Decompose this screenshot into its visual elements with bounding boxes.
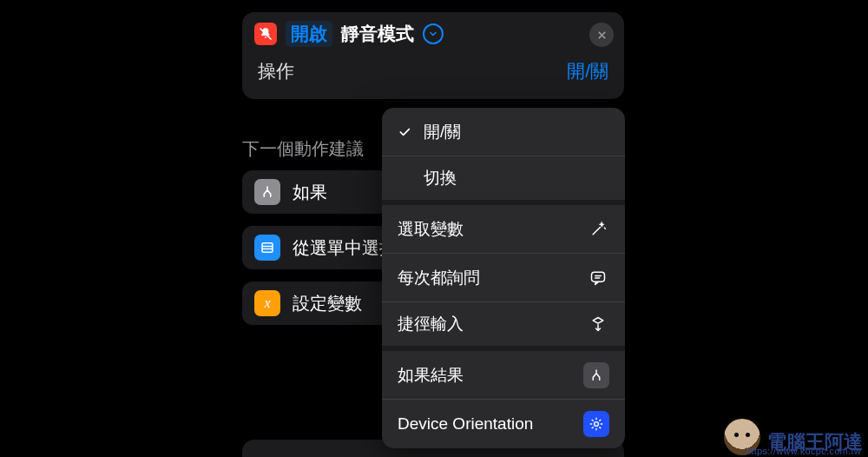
shortcut-input-icon bbox=[587, 313, 609, 335]
close-button[interactable] bbox=[589, 23, 614, 47]
svg-rect-1 bbox=[262, 243, 273, 253]
close-icon bbox=[596, 30, 608, 41]
silent-mode-icon bbox=[254, 23, 277, 45]
menu-item-on-off[interactable]: 開/關 bbox=[382, 108, 625, 156]
menu-item-if-result[interactable]: 如果結果 bbox=[382, 351, 625, 400]
suggestions-heading: 下一個動作建議 bbox=[242, 137, 364, 161]
svg-rect-4 bbox=[592, 272, 605, 281]
variable-icon: x bbox=[254, 290, 280, 316]
menu-item-toggle[interactable]: 切換 bbox=[382, 156, 625, 205]
menu-icon bbox=[254, 235, 280, 261]
suggestion-label: 如果 bbox=[293, 181, 327, 204]
param-value[interactable]: 開/關 bbox=[567, 59, 608, 83]
check-icon bbox=[398, 125, 413, 139]
suggestion-label: 設定變數 bbox=[293, 292, 362, 315]
value-picker-menu: 開/關 切換 選取變數 每次都詢問 bbox=[382, 108, 625, 448]
open-token[interactable]: 開啟 bbox=[286, 21, 332, 47]
branch-icon bbox=[254, 179, 280, 205]
menu-item-label: 開/關 bbox=[424, 121, 461, 143]
branch-icon bbox=[583, 362, 609, 388]
menu-item-select-variable[interactable]: 選取變數 bbox=[382, 205, 625, 254]
action-card: 開啟 靜音模式 操作 開/關 bbox=[242, 12, 624, 99]
menu-item-label: 如果結果 bbox=[398, 364, 464, 387]
menu-item-shortcut-input[interactable]: 捷徑輸入 bbox=[382, 302, 625, 351]
param-label: 操作 bbox=[258, 59, 294, 83]
action-header: 開啟 靜音模式 bbox=[242, 12, 624, 54]
magic-wand-icon bbox=[587, 218, 609, 241]
suggestion-label: 從選單中選擇 bbox=[293, 236, 397, 260]
menu-item-label: 切換 bbox=[424, 167, 457, 189]
svg-point-7 bbox=[595, 422, 599, 427]
watermark: 電腦王阿達 https://www.kocpc.com.tw bbox=[724, 419, 863, 455]
menu-item-label: 每次都詢問 bbox=[398, 267, 480, 289]
menu-item-label: 捷徑輸入 bbox=[398, 313, 464, 335]
menu-item-device-orientation[interactable]: Device Orientation bbox=[382, 400, 625, 448]
chevron-down-icon bbox=[428, 29, 438, 39]
menu-item-label: Device Orientation bbox=[398, 414, 533, 434]
expand-button[interactable] bbox=[423, 23, 444, 44]
gear-icon bbox=[583, 411, 609, 437]
action-parameter-row[interactable]: 操作 開/關 bbox=[242, 54, 624, 94]
watermark-url: https://www.kocpc.com.tw bbox=[746, 446, 861, 456]
message-icon bbox=[587, 267, 609, 289]
menu-item-label: 選取變數 bbox=[398, 218, 464, 241]
menu-item-ask-each-time[interactable]: 每次都詢問 bbox=[382, 254, 625, 302]
action-title: 靜音模式 bbox=[341, 22, 414, 46]
